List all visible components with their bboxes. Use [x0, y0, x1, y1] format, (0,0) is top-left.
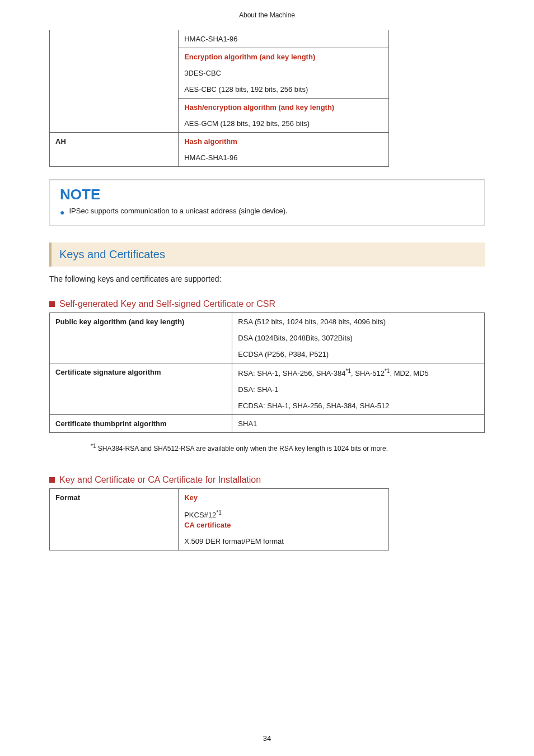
csa-left: Certificate signature algorithm: [50, 363, 232, 415]
enc-v1: 3DES-CBC: [184, 69, 383, 77]
csa-v2: DSA: SHA-1: [238, 385, 479, 394]
hmac-value: HMAC-SHA1-96: [184, 35, 383, 43]
format-left: Format: [50, 489, 179, 550]
subheading-self-generated: Self-generated Key and Self-signed Certi…: [49, 299, 485, 309]
footnote: *1 SHA384-RSA and SHA512-RSA are availab…: [91, 443, 485, 452]
note-text: IPSec supports communication to a unicas…: [69, 207, 287, 215]
csa-v1: RSA: SHA-1, SHA-256, SHA-384*1, SHA-512*…: [238, 368, 479, 377]
pka-v1: RSA (512 bits, 1024 bits, 2048 bits, 409…: [238, 318, 479, 326]
page-header: About the Machine: [49, 11, 485, 19]
ca-v1: X.509 DER format/PEM format: [184, 537, 383, 545]
ca-heading: CA certificate: [184, 521, 383, 529]
cta-v1: SHA1: [238, 419, 479, 428]
note-box: NOTE ● IPSec supports communication to a…: [49, 179, 485, 226]
section-keys-certificates: Keys and Certificates: [49, 242, 485, 267]
pka-left: Public key algorithm (and key length): [50, 313, 232, 363]
key-v1: PKCS#12*1: [184, 510, 383, 519]
hashenc-cell: Hash/encryption algorithm (and key lengt…: [179, 99, 389, 133]
enc-v2: AES-CBC (128 bits, 192 bits, 256 bits): [184, 85, 383, 94]
csa-v3: ECDSA: SHA-1, SHA-256, SHA-384, SHA-512: [238, 402, 479, 410]
csa-cell: RSA: SHA-1, SHA-256, SHA-384*1, SHA-512*…: [232, 363, 485, 415]
self-generated-table: Public key algorithm (and key length) RS…: [49, 312, 485, 433]
encryption-heading: Encryption algorithm (and key length): [184, 53, 383, 61]
ah-cell: Hash algorithm HMAC-SHA1-96: [179, 133, 389, 167]
subheading-self-generated-text: Self-generated Key and Self-signed Certi…: [59, 299, 275, 309]
pka-cell: RSA (512 bits, 1024 bits, 2048 bits, 409…: [232, 313, 485, 363]
pka-v2: DSA (1024Bits, 2048Bits, 3072Bits): [238, 334, 479, 342]
cta-cell: SHA1: [232, 415, 485, 433]
format-cell: Key PKCS#12*1 CA certificate X.509 DER f…: [179, 489, 389, 550]
pka-v3: ECDSA (P256, P384, P521): [238, 350, 479, 358]
hashenc-v1: AES-GCM (128 bits, 192 bits, 256 bits): [184, 119, 383, 128]
esp-hash-cell: HMAC-SHA1-96: [179, 30, 389, 48]
bullet-icon: ●: [60, 208, 64, 216]
esp-left-cell: [50, 30, 179, 133]
page-number: 34: [0, 734, 534, 743]
hashenc-heading: Hash/encryption algorithm (and key lengt…: [184, 103, 383, 111]
note-bullet: ● IPSec supports communication to a unic…: [60, 207, 474, 216]
square-icon: [49, 301, 55, 307]
ah-v1: HMAC-SHA1-96: [184, 153, 383, 162]
square-icon: [49, 477, 55, 483]
ah-left: AH: [50, 133, 179, 167]
ah-heading: Hash algorithm: [184, 137, 383, 146]
subheading-key-cert-install: Key and Certificate or CA Certificate fo…: [49, 475, 485, 485]
footnote-text: SHA384-RSA and SHA512-RSA are available …: [96, 445, 388, 452]
note-title: NOTE: [60, 186, 474, 203]
ipsec-table: HMAC-SHA1-96 Encryption algorithm (and k…: [49, 30, 389, 167]
install-table: Format Key PKCS#12*1 CA certificate X.50…: [49, 488, 389, 550]
subheading-key-cert-install-text: Key and Certificate or CA Certificate fo…: [59, 475, 261, 485]
key-heading: Key: [184, 493, 383, 502]
encryption-cell: Encryption algorithm (and key length) 3D…: [179, 48, 389, 99]
section-intro: The following keys and certificates are …: [49, 274, 485, 283]
cta-left: Certificate thumbprint algorithm: [50, 415, 232, 433]
